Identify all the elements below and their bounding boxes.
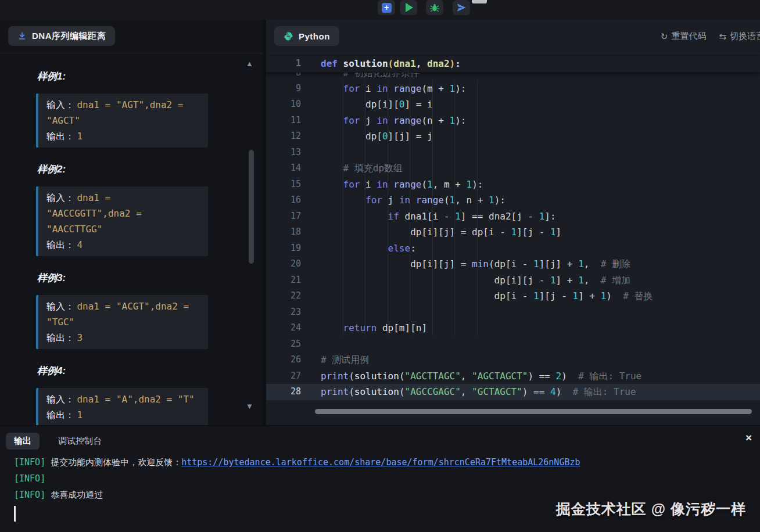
line-number: 19	[266, 240, 301, 257]
code-text: dp[0][j] = j	[321, 128, 433, 145]
scroll-down-icon[interactable]: ▼	[246, 402, 253, 411]
code-line[interactable]: 23	[266, 304, 760, 321]
add-button[interactable]: +	[378, 0, 395, 15]
code-line[interactable]: 21 dp[i][j - 1] + 1, # 增加	[266, 272, 760, 289]
line-number: 13	[266, 145, 301, 161]
line-number: 15	[266, 177, 301, 193]
line-number: 25	[266, 336, 301, 353]
clipped-code-line[interactable]: 8 # 初始化边界条件	[266, 73, 760, 81]
code-text: dp[i][j - 1] + 1, # 增加	[321, 272, 630, 289]
code-line[interactable]: 19 else:	[266, 240, 760, 257]
download-arrow-icon	[17, 31, 27, 41]
code-text: # 初始化边界条件	[321, 73, 420, 81]
code-line[interactable]: 15 for i in range(1, m + 1):	[266, 177, 760, 193]
python-icon	[284, 31, 293, 41]
run-button[interactable]	[400, 0, 417, 15]
code-line[interactable]: 16 for j in range(1, n + 1):	[266, 192, 760, 209]
code-text: print(solution("AGCTTAGC", "AGCTAGCT") =…	[321, 368, 641, 384]
problem-panel: DNA序列编辑距离 样例1:输入： dna1 = "AGT",dna2 ="AG…	[0, 20, 263, 425]
samples: 样例1:输入： dna1 = "AGT",dna2 ="AGCT"输出： 1样例…	[0, 53, 263, 425]
problem-title: DNA序列编辑距离	[32, 31, 106, 42]
tab-output[interactable]: 输出	[6, 433, 40, 450]
line-number: 14	[266, 160, 301, 177]
app-window: +	[0, 0, 760, 532]
code-text: # 填充dp数组	[321, 160, 403, 177]
code-lines: 9 for i in range(m + 1):10 dp[i][0] = i1…	[266, 81, 760, 400]
code-line[interactable]: 11 for j in range(n + 1):	[266, 113, 760, 129]
code-line[interactable]: 20 dp[i][j] = min(dp[i - 1][j] + 1, # 删除	[266, 256, 760, 272]
problem-scrollbar-thumb[interactable]	[249, 150, 254, 264]
switch-language-label: 切换语言	[730, 31, 760, 42]
code-line[interactable]: 25	[266, 336, 760, 353]
code-line[interactable]: 27print(solution("AGCTTAGC", "AGCTAGCT")…	[266, 368, 760, 384]
code-text: return dp[m][n]	[321, 320, 427, 336]
debug-button[interactable]	[426, 0, 443, 15]
line-number: 8	[266, 73, 301, 81]
sample-row: 输入： dna1 = "AGT",dna2 =	[46, 97, 200, 113]
line-number: 10	[266, 96, 301, 113]
line-number: 26	[266, 352, 301, 368]
editor-panel: Python ↻ 重置代码 ⇆ 切换语言 1 def solution(dna1…	[266, 20, 760, 425]
play-icon	[406, 3, 413, 12]
reset-icon: ↻	[661, 31, 668, 42]
code-text: dp[i - 1][j - 1] + 1) # 替换	[321, 288, 653, 304]
code-line[interactable]: 14 # 填充dp数组	[266, 160, 760, 177]
sample-heading: 样例3:	[37, 271, 263, 285]
code-line[interactable]: 24 return dp[m][n]	[266, 320, 760, 336]
code-text: for j in range(n + 1):	[321, 113, 467, 129]
line-number: 24	[266, 320, 301, 336]
sample-row: "AGCT"	[46, 113, 200, 128]
editor-hscrollbar-thumb[interactable]	[315, 409, 752, 414]
switch-language-button[interactable]: ⇆ 切换语言	[719, 31, 760, 42]
reset-code-button[interactable]: ↻ 重置代码	[661, 31, 707, 42]
sample-block: 输入： dna1 = "AGT",dna2 ="AGCT"输出： 1	[36, 94, 208, 148]
sample-row: 输出： 4	[46, 237, 200, 253]
feedback-link[interactable]: https://bytedance.larkoffice.com/share/b…	[181, 457, 580, 468]
problem-tab[interactable]: DNA序列编辑距离	[8, 26, 115, 46]
close-icon[interactable]: ×	[745, 432, 752, 443]
code-line[interactable]: 17 if dna1[i - 1] == dna2[j - 1]:	[266, 209, 760, 225]
log-level-tag: [INFO]	[14, 457, 45, 468]
log-level-tag: [INFO]	[14, 473, 45, 484]
sample-row: 输入： dna1 = "ACGT",dna2 =	[46, 299, 200, 314]
line-number: 11	[266, 113, 301, 129]
code-line[interactable]: 18 dp[i][j] = dp[i - 1][j - 1]	[266, 224, 760, 240]
line-number: 23	[266, 304, 301, 321]
tab-debug-console[interactable]: 调试控制台	[58, 436, 102, 447]
sample-heading: 样例4:	[37, 364, 263, 378]
sticky-code-line[interactable]: 1 def solution(dna1, dna2):	[266, 56, 760, 73]
code-line[interactable]: 10 dp[i][0] = i	[266, 96, 760, 113]
sample-row: 输出： 1	[46, 128, 200, 144]
code-line[interactable]: 12 dp[0][j] = j	[266, 128, 760, 145]
sample-block: 输入： dna1 = "ACGT",dna2 ="TGC"输出： 3	[36, 295, 208, 349]
line-number: 12	[266, 128, 301, 145]
log-level-tag: [INFO]	[14, 490, 45, 500]
code-text: dp[i][j] = min(dp[i - 1][j] + 1, # 删除	[321, 256, 630, 272]
line-number: 20	[266, 256, 301, 272]
code-text: for i in range(m + 1):	[321, 81, 467, 97]
line-number: 21	[266, 272, 301, 289]
code-line[interactable]: 22 dp[i - 1][j - 1] + 1) # 替换	[266, 288, 760, 304]
language-tab[interactable]: Python	[274, 26, 339, 46]
line-number: 16	[266, 192, 301, 209]
scroll-up-icon[interactable]: ▲	[246, 59, 253, 68]
code-line[interactable]: 9 for i in range(m + 1):	[266, 81, 760, 97]
problem-panel-header: DNA序列编辑距离	[0, 20, 263, 53]
switch-icon: ⇆	[719, 31, 726, 42]
code-editor[interactable]: 1 def solution(dna1, dna2): 8 # 初始化边界条件 …	[266, 53, 760, 425]
console-tabs: 输出 调试控制台 ×	[0, 426, 760, 452]
submit-button[interactable]	[453, 0, 470, 15]
sample-row: 输入： dna1 =	[46, 190, 200, 206]
sample-block: 输入： dna1 ="AACCGGTT",dna2 ="AACCTTGG"输出：…	[36, 186, 208, 256]
line-number: 9	[266, 81, 301, 97]
reset-code-label: 重置代码	[671, 31, 706, 42]
code-text: def solution(dna1, dna2):	[321, 56, 461, 72]
code-line[interactable]: 28print(solution("AGCCGAGC", "GCTAGCT") …	[266, 384, 760, 400]
code-line[interactable]: 26# 测试用例	[266, 352, 760, 368]
code-line[interactable]: 13	[266, 145, 760, 161]
sample-heading: 样例1:	[37, 70, 263, 83]
code-text: dp[i][0] = i	[321, 96, 433, 113]
sample-row: "AACCTTGG"	[46, 221, 200, 237]
code-text: else:	[321, 240, 416, 257]
code-text: if dna1[i - 1] == dna2[j - 1]:	[321, 209, 556, 225]
